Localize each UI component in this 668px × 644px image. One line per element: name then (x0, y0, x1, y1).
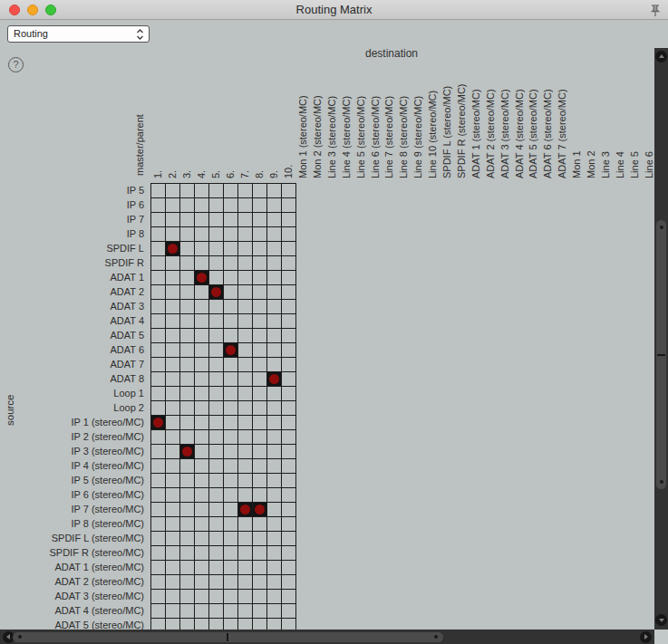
matrix-cell[interactable] (166, 198, 180, 213)
matrix-cell[interactable] (209, 546, 224, 561)
matrix-cell[interactable] (267, 619, 282, 630)
matrix-cell[interactable] (267, 285, 282, 300)
matrix-cell[interactable] (195, 213, 209, 227)
matrix-cell[interactable] (209, 474, 224, 488)
matrix-cell[interactable] (267, 445, 282, 459)
matrix-cell[interactable] (209, 619, 224, 630)
matrix-cell[interactable] (209, 459, 224, 474)
matrix-cell[interactable] (224, 372, 238, 387)
matrix-cell-routed[interactable] (267, 372, 282, 387)
matrix-cell[interactable] (180, 459, 195, 474)
matrix-cell[interactable] (267, 561, 282, 575)
matrix-cell[interactable] (151, 517, 166, 532)
matrix-cell[interactable] (238, 314, 253, 329)
matrix-cell[interactable] (180, 387, 195, 401)
matrix-cell[interactable] (238, 271, 253, 285)
matrix-cell[interactable] (151, 314, 166, 329)
matrix-cell[interactable] (224, 561, 238, 575)
matrix-cell[interactable] (166, 184, 180, 198)
matrix-cell[interactable] (166, 517, 180, 532)
matrix-cell[interactable] (282, 517, 296, 532)
matrix-cell[interactable] (224, 604, 238, 619)
matrix-cell[interactable] (224, 459, 238, 474)
matrix-cell[interactable] (282, 387, 296, 401)
matrix-cell[interactable] (180, 561, 195, 575)
matrix-cell[interactable] (180, 314, 195, 329)
matrix-cell[interactable] (282, 401, 296, 416)
matrix-cell[interactable] (166, 575, 180, 590)
matrix-cell[interactable] (253, 256, 267, 271)
matrix-cell[interactable] (267, 459, 282, 474)
matrix-cell[interactable] (180, 372, 195, 387)
matrix-cell[interactable] (253, 387, 267, 401)
matrix-cell[interactable] (166, 285, 180, 300)
matrix-cell[interactable] (238, 401, 253, 416)
matrix-cell[interactable] (209, 401, 224, 416)
matrix-cell[interactable] (151, 213, 166, 227)
matrix-cell[interactable] (195, 619, 209, 630)
matrix-cell[interactable] (253, 488, 267, 503)
matrix-cell[interactable] (151, 300, 166, 314)
matrix-cell[interactable] (267, 387, 282, 401)
matrix-cell[interactable] (238, 256, 253, 271)
matrix-cell[interactable] (224, 285, 238, 300)
matrix-cell[interactable] (209, 416, 224, 430)
matrix-cell[interactable] (166, 416, 180, 430)
matrix-cell[interactable] (282, 416, 296, 430)
matrix-cell[interactable] (224, 213, 238, 227)
matrix-cell[interactable] (180, 358, 195, 372)
matrix-cell[interactable] (180, 590, 195, 604)
matrix-cell[interactable] (224, 575, 238, 590)
matrix-cell[interactable] (151, 358, 166, 372)
matrix-cell[interactable] (195, 546, 209, 561)
matrix-cell[interactable] (195, 604, 209, 619)
matrix-cell[interactable] (282, 329, 296, 343)
matrix-cell[interactable] (209, 213, 224, 227)
matrix-cell[interactable] (267, 358, 282, 372)
matrix-cell[interactable] (195, 416, 209, 430)
matrix-cell[interactable] (151, 532, 166, 546)
matrix-cell[interactable] (253, 517, 267, 532)
matrix-cell[interactable] (282, 488, 296, 503)
matrix-cell[interactable] (253, 546, 267, 561)
matrix-cell-routed[interactable] (253, 503, 267, 517)
matrix-cell[interactable] (151, 271, 166, 285)
matrix-cell[interactable] (282, 546, 296, 561)
matrix-cell[interactable] (238, 329, 253, 343)
matrix-cell[interactable] (253, 227, 267, 242)
matrix-cell[interactable] (180, 416, 195, 430)
horizontal-scroll-thumb[interactable] (13, 632, 443, 642)
matrix-cell[interactable] (180, 343, 195, 358)
matrix-cell[interactable] (253, 343, 267, 358)
matrix-cell[interactable] (267, 401, 282, 416)
matrix-cell[interactable] (166, 430, 180, 445)
matrix-cell[interactable] (180, 488, 195, 503)
matrix-cell[interactable] (166, 445, 180, 459)
matrix-cell[interactable] (253, 358, 267, 372)
matrix-cell[interactable] (166, 372, 180, 387)
matrix-cell[interactable] (238, 561, 253, 575)
matrix-cell[interactable] (151, 401, 166, 416)
matrix-cell[interactable] (209, 372, 224, 387)
matrix-cell[interactable] (209, 532, 224, 546)
pin-button[interactable] (648, 3, 663, 18)
matrix-cell[interactable] (238, 590, 253, 604)
matrix-cell[interactable] (151, 474, 166, 488)
matrix-cell[interactable] (238, 445, 253, 459)
scroll-down-button[interactable] (655, 614, 667, 626)
matrix-cell[interactable] (253, 416, 267, 430)
matrix-cell[interactable] (195, 300, 209, 314)
matrix-cell[interactable] (195, 184, 209, 198)
matrix-cell[interactable] (195, 242, 209, 256)
matrix-cell[interactable] (195, 561, 209, 575)
matrix-cell[interactable] (166, 343, 180, 358)
matrix-cell[interactable] (209, 445, 224, 459)
matrix-cell[interactable] (282, 590, 296, 604)
matrix-cell[interactable] (209, 387, 224, 401)
matrix-cell[interactable] (267, 503, 282, 517)
matrix-cell[interactable] (267, 242, 282, 256)
matrix-cell[interactable] (282, 430, 296, 445)
matrix-cell[interactable] (209, 517, 224, 532)
help-button[interactable]: ? (8, 57, 24, 72)
matrix-cell[interactable] (238, 213, 253, 227)
